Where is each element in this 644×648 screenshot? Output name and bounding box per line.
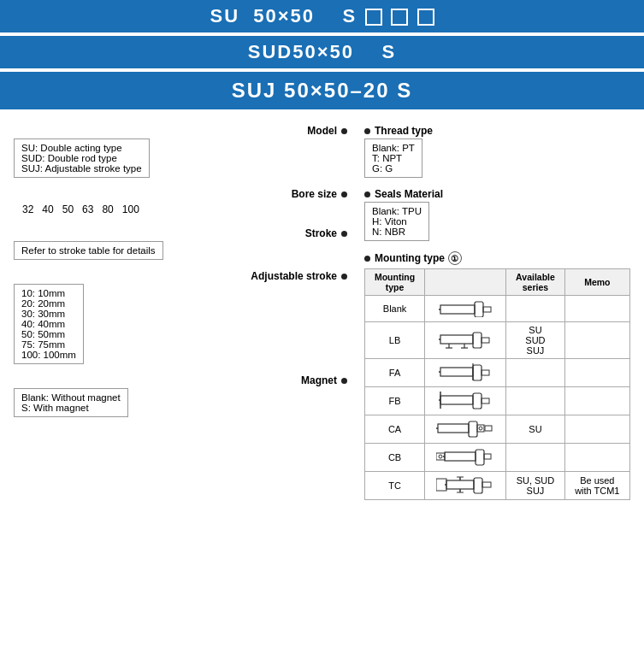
svg-point-26 bbox=[479, 427, 482, 430]
stroke-dot bbox=[341, 231, 347, 237]
seals-dot bbox=[364, 191, 370, 197]
adj-4: 50: 50mm bbox=[21, 329, 76, 339]
svg-rect-22 bbox=[438, 424, 469, 433]
thread-type-section: Thread type Blank: PT T: NPT G: G bbox=[364, 125, 630, 178]
table-row: FA bbox=[365, 359, 630, 387]
svg-rect-11 bbox=[482, 338, 489, 343]
stroke-box: Refer to stroke table for details bbox=[14, 241, 163, 260]
bore-size-dot bbox=[341, 191, 347, 197]
header-bar-3: SUJ 50×50–20 S bbox=[0, 72, 644, 109]
svg-rect-3 bbox=[483, 307, 491, 312]
mount-series-lb: SU SUD SUJ bbox=[506, 322, 564, 359]
mount-memo-fb bbox=[564, 387, 629, 415]
adj-stroke-section: Adjustable stroke 10: 10mm 20: 20mm 30: … bbox=[14, 270, 356, 364]
magnet-label: Magnet bbox=[14, 374, 356, 386]
col-header-mounting: Mountingtype bbox=[365, 269, 425, 296]
mount-memo-blank bbox=[564, 296, 629, 322]
mount-series-cb bbox=[506, 444, 564, 472]
thread-2: G: G bbox=[372, 163, 415, 174]
adj-5: 75: 75mm bbox=[21, 339, 76, 350]
model-label: Model bbox=[14, 125, 356, 137]
bore-0: 32 bbox=[22, 203, 33, 215]
cylinder-blank bbox=[439, 298, 492, 317]
mount-code-ca: CA bbox=[365, 415, 425, 444]
adj-3: 40: 40mm bbox=[21, 319, 76, 329]
col-header-diagram bbox=[425, 269, 506, 296]
thread-0: Blank: PT bbox=[372, 143, 415, 153]
seal-0: Blank: TPU bbox=[372, 206, 422, 216]
mounting-type-label: Mounting type ① bbox=[364, 251, 630, 265]
svg-rect-12 bbox=[440, 368, 473, 376]
mount-code-tc: TC bbox=[365, 472, 425, 500]
mount-series-tc: SU, SUD SUJ bbox=[506, 472, 564, 500]
col-header-memo: Memo bbox=[564, 269, 629, 296]
svg-rect-25 bbox=[477, 425, 484, 432]
table-row: CA SU bbox=[365, 415, 630, 444]
thread-type-box: Blank: PT T: NPT G: G bbox=[364, 138, 422, 178]
table-row: LB bbox=[365, 322, 630, 359]
model-box: SU: Double acting type SUD: Double rod t… bbox=[14, 138, 150, 178]
mount-series-blank bbox=[506, 296, 564, 322]
magnet-section: Magnet Blank: Without magnet S: With mag… bbox=[14, 374, 356, 417]
cylinder-tc bbox=[436, 474, 494, 495]
stroke-section: Stroke Refer to stroke table for details bbox=[14, 227, 356, 260]
mount-series-fb bbox=[506, 387, 564, 415]
model-dot bbox=[341, 128, 347, 134]
mount-diagram-cb bbox=[425, 444, 506, 472]
mount-code-blank: Blank bbox=[365, 296, 425, 322]
mount-code-cb: CB bbox=[365, 444, 425, 472]
content-area: Model SU: Double acting type SUD: Double… bbox=[0, 109, 644, 519]
cylinder-cb bbox=[436, 446, 494, 467]
svg-rect-23 bbox=[469, 421, 477, 437]
magnet-0: Blank: Without magnet bbox=[21, 392, 121, 403]
svg-rect-29 bbox=[476, 450, 484, 465]
magnet-1: S: With magnet bbox=[21, 403, 121, 413]
mount-diagram-lb bbox=[425, 322, 506, 359]
mount-series-ca: SU bbox=[506, 415, 564, 444]
left-column: Model SU: Double acting type SUD: Double… bbox=[14, 118, 356, 510]
svg-rect-17 bbox=[440, 396, 473, 404]
table-row: CB bbox=[365, 444, 630, 472]
adj-stroke-label: Adjustable stroke bbox=[14, 270, 356, 282]
bore-size-section: Bore size 32 40 50 63 80 100 bbox=[14, 188, 356, 217]
header-box-1 bbox=[365, 9, 382, 26]
svg-rect-5 bbox=[473, 333, 482, 348]
svg-rect-35 bbox=[474, 478, 482, 493]
svg-rect-0 bbox=[440, 305, 475, 314]
svg-rect-16 bbox=[482, 370, 489, 375]
header-bar-1: SU 50×50 S bbox=[0, 0, 644, 32]
thread-type-dot bbox=[364, 128, 370, 134]
header-box-3 bbox=[417, 9, 434, 26]
mounting-dot bbox=[364, 256, 370, 262]
mounting-type-section: Mounting type ① Mountingtype Availablese… bbox=[364, 251, 630, 500]
svg-rect-33 bbox=[484, 454, 491, 459]
adj-2: 30: 30mm bbox=[21, 309, 76, 319]
model-item-0: SU: Double acting type bbox=[21, 143, 142, 153]
mount-code-lb: LB bbox=[365, 322, 425, 359]
table-row: FB bbox=[365, 387, 630, 415]
mounting-table: Mountingtype Availableseries Memo Blank bbox=[364, 268, 630, 500]
svg-rect-34 bbox=[446, 480, 474, 489]
magnet-box: Blank: Without magnet S: With magnet bbox=[14, 388, 128, 417]
bore-2: 50 bbox=[62, 203, 74, 215]
mount-memo-cb bbox=[564, 444, 629, 472]
seals-section: Seals Material Blank: TPU H: Viton N: NB… bbox=[364, 188, 630, 241]
mount-memo-tc: Be used with TCM1 bbox=[564, 472, 629, 500]
svg-rect-28 bbox=[445, 452, 476, 461]
stroke-desc: Refer to stroke table for details bbox=[21, 245, 156, 256]
mount-diagram-blank bbox=[425, 296, 506, 322]
svg-rect-21 bbox=[482, 398, 489, 404]
svg-rect-1 bbox=[475, 302, 483, 317]
adj-6: 100: 100mm bbox=[21, 350, 76, 360]
svg-rect-4 bbox=[440, 335, 473, 344]
mount-diagram-fa bbox=[425, 359, 506, 387]
svg-rect-42 bbox=[482, 482, 491, 487]
table-row: Blank bbox=[365, 296, 630, 322]
header-bar-2-text: SUD50×50 S bbox=[248, 41, 396, 62]
mount-code-fa: FA bbox=[365, 359, 425, 387]
svg-point-32 bbox=[439, 455, 442, 458]
cylinder-ca bbox=[436, 418, 494, 439]
seal-2: N: NBR bbox=[372, 227, 422, 237]
bore-5: 100 bbox=[122, 203, 139, 215]
mount-memo-fa bbox=[564, 359, 629, 387]
